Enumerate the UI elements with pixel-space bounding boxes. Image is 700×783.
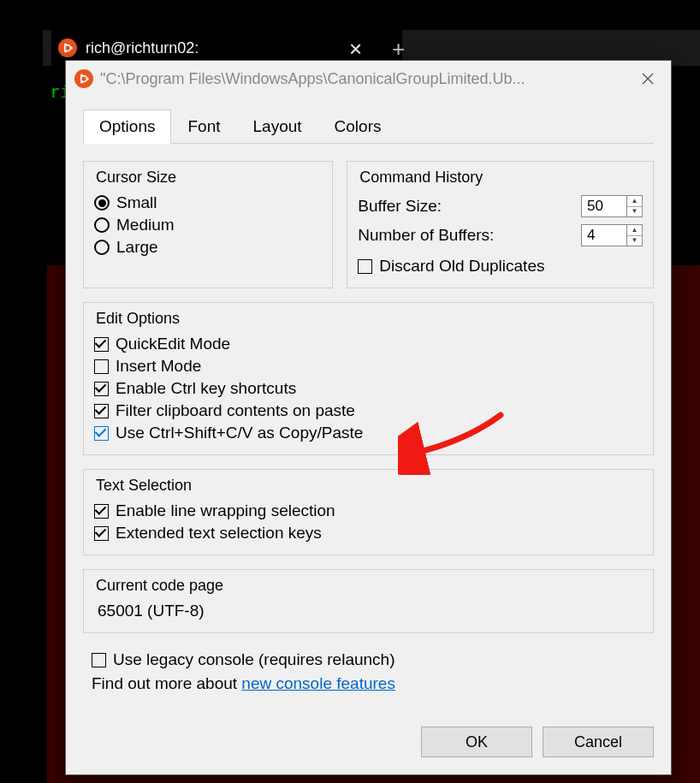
cursor-size-radio-small[interactable] (94, 195, 110, 211)
num-buffers-value: 4 (582, 225, 626, 246)
edit-options-title: Edit Options (94, 308, 643, 333)
edit-option-label: Filter clipboard contents on paste (116, 401, 355, 420)
terminal-tab-close-icon[interactable]: × (349, 36, 362, 62)
learn-more-text: Find out more about new console features (92, 674, 654, 693)
svg-point-3 (70, 46, 73, 49)
ubuntu-icon (58, 39, 77, 57)
cursor-size-label: Small (116, 193, 157, 212)
cursor-size-label: Large (116, 238, 158, 257)
properties-dialog: "C:\Program Files\WindowsApps\CanonicalG… (65, 60, 672, 775)
dialog-tabs: OptionsFontLayoutColors (83, 109, 654, 144)
svg-point-5 (64, 50, 67, 52)
legacy-console-label: Use legacy console (requires relaunch) (113, 650, 395, 669)
edit-option-label: Enable Ctrl key shortcuts (116, 379, 296, 398)
text-selection-label: Extended text selection keys (116, 524, 322, 543)
background-left-strip (0, 33, 47, 783)
ok-button[interactable]: OK (421, 727, 532, 757)
discard-duplicates-label: Discard Old Duplicates (379, 257, 544, 276)
edit-option-checkbox[interactable] (94, 382, 109, 396)
cursor-size-group: Cursor Size SmallMediumLarge (83, 161, 333, 288)
edit-option-checkbox[interactable] (94, 359, 109, 374)
spin-up-icon[interactable]: ▲ (627, 225, 642, 236)
num-buffers-input[interactable]: 4 ▲▼ (581, 224, 643, 246)
cursor-size-radio-large[interactable] (94, 240, 110, 255)
spin-down-icon[interactable]: ▼ (627, 236, 642, 246)
text-selection-checkbox[interactable] (94, 504, 109, 519)
text-selection-group: Text Selection Enable line wrapping sele… (83, 469, 654, 555)
cancel-button[interactable]: Cancel (543, 727, 654, 757)
terminal-new-tab-icon[interactable]: + (392, 36, 405, 62)
svg-point-7 (86, 77, 89, 80)
buffer-size-value: 50 (582, 196, 626, 217)
command-history-group: Command History Buffer Size: 50 ▲▼ Numbe… (347, 161, 654, 288)
edit-option-checkbox[interactable] (94, 404, 109, 418)
command-history-title: Command History (358, 167, 643, 192)
edit-option-label: QuickEdit Mode (116, 335, 230, 353)
spin-down-icon[interactable]: ▼ (627, 207, 642, 217)
edit-option-checkbox[interactable] (94, 426, 109, 441)
dialog-title: "C:\Program Files\WindowsApps\CanonicalG… (100, 70, 630, 88)
buffer-size-label: Buffer Size: (358, 197, 442, 216)
tab-layout[interactable]: Layout (237, 110, 318, 144)
legacy-console-checkbox[interactable] (92, 653, 106, 667)
edit-option-label: Use Ctrl+Shift+C/V as Copy/Paste (116, 424, 363, 442)
spin-up-icon[interactable]: ▲ (627, 196, 642, 207)
cursor-size-title: Cursor Size (94, 167, 322, 192)
edit-option-label: Insert Mode (116, 357, 201, 376)
new-console-features-link[interactable]: new console features (241, 674, 395, 692)
dialog-close-button[interactable] (630, 73, 666, 85)
edit-option-checkbox[interactable] (94, 337, 109, 352)
num-buffers-label: Number of Buffers: (358, 226, 494, 245)
codepage-title: Current code page (94, 575, 643, 600)
svg-point-8 (80, 74, 83, 77)
svg-point-4 (64, 44, 67, 46)
dialog-titlebar: "C:\Program Files\WindowsApps\CanonicalG… (66, 61, 671, 97)
codepage-value: 65001 (UTF-8) (94, 600, 643, 622)
codepage-group: Current code page 65001 (UTF-8) (83, 569, 654, 633)
edit-options-group: Edit Options QuickEdit ModeInsert ModeEn… (83, 302, 654, 455)
tab-options[interactable]: Options (83, 110, 171, 144)
cursor-size-label: Medium (116, 216, 175, 234)
ubuntu-icon (74, 69, 93, 88)
tab-font[interactable]: Font (171, 110, 236, 144)
discard-duplicates-checkbox[interactable] (358, 259, 372, 274)
terminal-tab-title: rich@richturn02: (86, 39, 199, 57)
text-selection-title: Text Selection (94, 475, 643, 500)
buffer-size-input[interactable]: 50 ▲▼ (581, 195, 643, 217)
cursor-size-radio-medium[interactable] (94, 217, 110, 233)
text-selection-checkbox[interactable] (94, 526, 109, 541)
text-selection-label: Enable line wrapping selection (116, 501, 335, 520)
svg-point-9 (80, 80, 83, 83)
tab-colors[interactable]: Colors (318, 110, 398, 144)
